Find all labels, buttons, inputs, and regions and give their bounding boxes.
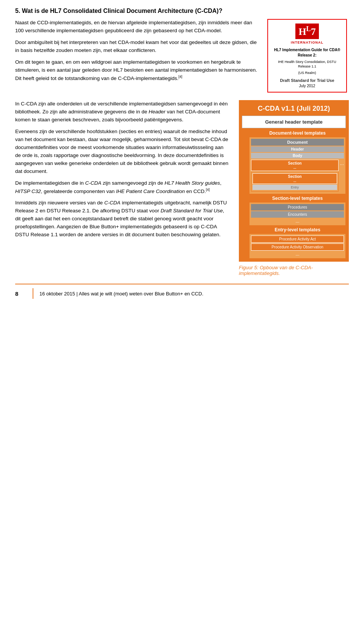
entry-level-arrow: ▶ <box>242 233 248 243</box>
section-right-dots: ... <box>340 160 344 166</box>
hl7-cover-draft: Draft Standard for Trial Use <box>272 78 342 83</box>
procedures-box: Procedures <box>251 204 344 210</box>
section1-label: Section ... <box>251 160 339 171</box>
entry-box: Entry <box>253 185 337 190</box>
doc-level-arrow: ▶ <box>242 137 248 146</box>
section-level-arrow: ▶ <box>242 202 248 212</box>
encounters-box: Encounters <box>251 211 344 218</box>
hl7-international-label: INTERNATIONAL <box>272 41 342 44</box>
entry-level-inner: Procedure Activity Act Procedure Activit… <box>249 234 346 259</box>
ccda-diagram-col: C-CDA v1.1 (Juli 2012) General header te… <box>239 100 349 276</box>
hl7-cover-subtitle: IHE Health Story Consolidation, DSTU Rel… <box>272 60 342 69</box>
proc-act-box: Procedure Activity Act <box>251 235 344 243</box>
footnote1: [4] <box>179 75 182 78</box>
entry-level-label: Entry-level templates <box>249 227 346 232</box>
main-text-col: In C-CDA zijn alle onderdelen uit de ver… <box>15 100 230 276</box>
header-box: Header <box>251 146 344 152</box>
body-box: Body <box>251 153 344 159</box>
para3: Om dit tegen te gaan, en om een wildgroe… <box>15 58 258 82</box>
hl7-cover-realm: (US Realm) <box>272 71 342 75</box>
para4-5: In C-CDA zijn alle onderdelen uit de ver… <box>15 100 230 124</box>
doc-level-section: ▶ Document-level templates Document Head… <box>242 130 346 194</box>
section-heading: 5. Wat is de HL7 Consolidated Clinical D… <box>15 8 349 14</box>
hl7-cover-title: HL7 Implementation Guide for CDA® Releas… <box>272 47 342 58</box>
hl7-logo-7: 7 <box>311 26 316 37</box>
para1: Naast de CCD-implementatiegids, en de hi… <box>15 19 258 35</box>
section-level-inner: Procedures Encounters ... <box>249 202 346 226</box>
intro-text: Naast de CCD-implementatiegids, en de hi… <box>15 19 258 93</box>
hl7-cover-date: July 2012 <box>272 84 342 88</box>
para6-8: Eveneens zijn de verschillende hoofdstuk… <box>15 128 230 176</box>
para2: Door ambiguïteit bij het interpreteren v… <box>15 39 258 55</box>
proc-obs-box: Procedure Activity Observation <box>251 243 344 251</box>
doc-level-label: Document-level templates <box>249 130 346 136</box>
section1-row: Section ... Section ... <box>251 160 344 192</box>
entry-level-section: ▶ Entry-level templates Procedure Activi… <box>242 227 346 259</box>
intro-section: Naast de CCD-implementatiegids, en de hi… <box>15 19 349 93</box>
footnote2: [4] <box>206 188 210 192</box>
hl7-logo-l: L <box>306 25 311 33</box>
footer-divider <box>33 288 33 299</box>
section-level-label: Section-level templates <box>249 196 346 201</box>
main-section: In C-CDA zijn alle onderdelen uit de ver… <box>15 100 349 276</box>
section-title: Wat is de HL7 Consolidated Clinical Docu… <box>22 8 223 14</box>
footer-text: 16 oktober 2015 | Alles wat je wilt (moe… <box>39 291 203 297</box>
document-box: Document <box>251 139 344 146</box>
entry-level-content: Entry-level templates Procedure Activity… <box>249 227 346 259</box>
hl7-cover-image: HL7 INTERNATIONAL HL7 Implementation Gui… <box>265 19 349 93</box>
entry-level-dots: ... <box>251 251 344 257</box>
footer-bar: 8 16 oktober 2015 | Alles wat je wilt (m… <box>15 284 349 303</box>
ccda-diagram-title: C-CDA v1.1 (Juli 2012) <box>242 103 346 116</box>
ccda-diagram-outer: C-CDA v1.1 (Juli 2012) General header te… <box>239 100 349 262</box>
section2-box: Section ... Entry <box>251 172 339 192</box>
para9: De implementatiegidsen die in C-CDA zijn… <box>15 179 230 195</box>
section-level-section: ▶ Section-level templates Procedures Enc… <box>242 196 346 226</box>
hl7-logo-h: H <box>298 26 306 37</box>
section2-label: Section ... <box>253 173 337 184</box>
hl7-book-cover: HL7 INTERNATIONAL HL7 Implementation Gui… <box>267 19 347 93</box>
general-header-box: General header template <box>242 116 346 128</box>
doc-level-content: Document-level templates Document Header… <box>249 130 346 194</box>
figure-caption: Figuur 5: Opbouw van de C-CDA-implementa… <box>239 265 349 276</box>
section-number: 5. <box>15 8 20 14</box>
para10-12: Inmiddels zijn nieuwere versies van de C… <box>15 199 230 239</box>
footer-page-number: 8 <box>15 290 27 297</box>
section1-box-wrap: Section ... Section ... <box>251 160 339 192</box>
section-level-content: Section-level templates Procedures Encou… <box>249 196 346 226</box>
doc-level-inner: Document Header Body Section ... <box>249 137 346 194</box>
section-level-dots: ... <box>251 218 344 224</box>
page: 5. Wat is de HL7 Consolidated Clinical D… <box>0 0 364 303</box>
